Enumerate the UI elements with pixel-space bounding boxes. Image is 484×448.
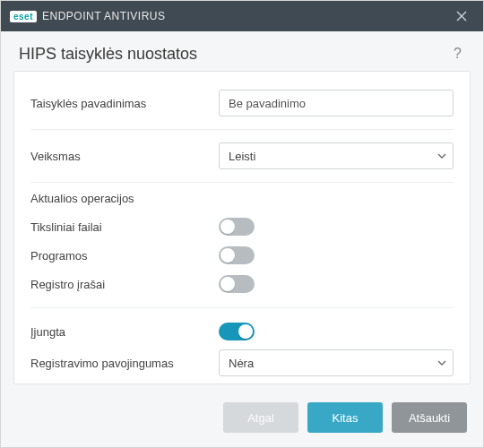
brand-logo: eset ENDPOINT ANTIVIRUS [10,10,165,22]
applications-label: Programos [30,249,219,263]
applications-toggle[interactable] [219,246,255,264]
applications-row: Programos [30,241,454,270]
logging-severity-label: Registravimo pavojingumas [30,357,219,370]
cancel-button[interactable]: Atšaukti [392,402,467,433]
logging-severity-value: Nėra [229,357,254,370]
page-header: HIPS taisyklės nuostatos ? [1,31,483,71]
titlebar: eset ENDPOINT ANTIVIRUS [1,1,483,31]
enabled-row: Įjungta [30,317,454,346]
registry-entries-toggle[interactable] [219,275,255,293]
window-close-button[interactable] [449,4,474,29]
logging-severity-row: Registravimo pavojingumas Nėra [30,346,454,380]
divider [30,182,454,183]
next-button[interactable]: Kitas [307,402,383,433]
action-select[interactable]: Leisti [219,142,454,169]
logging-severity-select[interactable]: Nėra [219,349,454,376]
rule-name-input[interactable] [219,90,454,116]
close-icon [456,11,467,22]
help-button[interactable]: ? [450,44,465,64]
action-row: Veiksmas Leisti [30,139,454,173]
action-select-value: Leisti [229,150,255,163]
target-files-row: Tiksliniai failai [30,212,454,241]
target-files-label: Tiksliniai failai [30,220,219,234]
divider [30,307,454,308]
rule-name-label: Taisyklės pavadinimas [30,97,219,110]
affected-operations-title: Aktualios operacijos [30,192,454,205]
product-name: ENDPOINT ANTIVIRUS [42,10,165,22]
action-label: Veiksmas [30,150,219,163]
content-panel: Taisyklės pavadinimas Veiksmas Leisti [13,71,471,384]
enabled-label: Įjungta [30,325,219,339]
divider [30,129,454,130]
notify-user-row: Įspėti naudotoją [30,380,454,384]
registry-entries-label: Registro įrašai [30,278,219,291]
page-title: HIPS taisyklės nuostatos [19,45,450,64]
dialog-window: eset ENDPOINT ANTIVIRUS HIPS taisyklės n… [0,0,484,448]
rule-name-row: Taisyklės pavadinimas [30,86,454,120]
enabled-toggle[interactable] [219,323,255,340]
registry-entries-row: Registro įrašai [30,270,454,298]
brand-badge: eset [10,11,37,22]
footer: Atgal Kitas Atšaukti [1,393,483,447]
target-files-toggle[interactable] [219,218,255,236]
back-button[interactable]: Atgal [223,402,298,433]
